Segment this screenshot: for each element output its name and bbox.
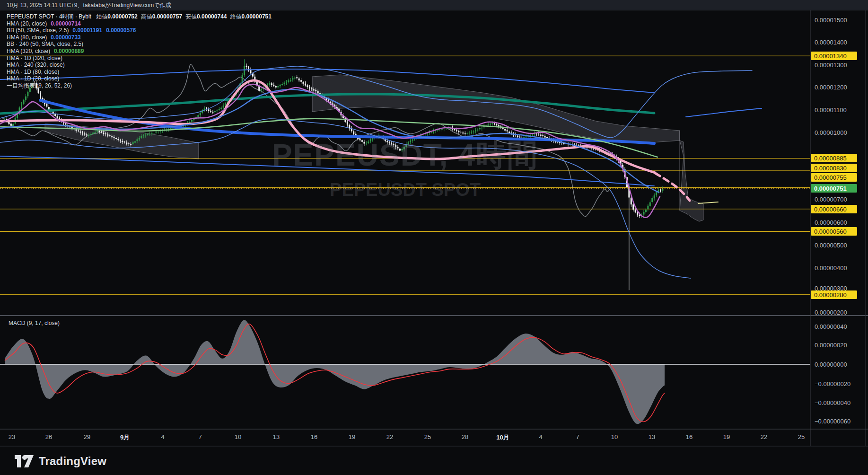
- legend-row[interactable]: HMA (20, close)0.00000714: [7, 20, 272, 27]
- candle-body: [662, 189, 663, 191]
- legend-row[interactable]: BB · 240 (50, SMA, close, 2.5): [7, 41, 272, 48]
- legend-row[interactable]: 一目均衡表 (9, 26, 52, 26): [7, 82, 272, 89]
- ohlc-value: 0.00000757: [152, 13, 182, 20]
- price-tick-label: 0.00001400: [815, 39, 862, 46]
- candle-body: [309, 87, 310, 88]
- candle-body: [155, 132, 157, 132]
- level-price-label: 0.00000755: [811, 173, 857, 182]
- time-tick-label: 25: [798, 433, 805, 440]
- time-tick-label: 28: [462, 433, 468, 440]
- candle-body: [303, 82, 304, 84]
- candle-body: [656, 192, 657, 195]
- candle-body: [317, 91, 319, 93]
- candle-body: [134, 141, 136, 143]
- time-tick-label: 19: [349, 433, 355, 440]
- candle-body: [220, 108, 222, 109]
- candle-body: [517, 136, 518, 137]
- candle-body: [128, 143, 130, 144]
- candle-body: [126, 142, 127, 144]
- candle-body: [441, 129, 443, 130]
- candle-body: [191, 120, 193, 122]
- candle-body: [427, 133, 428, 134]
- candle-body: [401, 149, 403, 150]
- candle-body: [65, 123, 66, 124]
- legend-row[interactable]: HMA (320, close)0.00000889: [7, 48, 272, 55]
- candle-body: [399, 149, 401, 150]
- candle-body: [363, 142, 365, 144]
- ichimoku-span-b-flat: [698, 202, 718, 203]
- creation-note-bar: 10月 13, 2025 14:11 UTC+9、takatabaがTradin…: [0, 0, 868, 10]
- price-tick-label: 0.00001500: [815, 17, 862, 24]
- candle-body: [494, 123, 495, 124]
- time-tick-label: 23: [9, 433, 15, 440]
- level-price-label: 0.00001340: [811, 52, 857, 60]
- candle-body: [532, 135, 533, 135]
- candle-body: [479, 128, 481, 130]
- creation-note: 10月 13, 2025 14:11 UTC+9、takatabaがTradin…: [7, 2, 171, 9]
- candle-body: [296, 77, 298, 78]
- candle-body: [403, 147, 405, 150]
- legend-symbol-row[interactable]: PEPEUSDT SPOT · 4時間 · Bybit 始値0.00000752…: [7, 13, 272, 20]
- legend-row[interactable]: HMA · 1D (320, close): [7, 55, 272, 62]
- candle-body: [219, 109, 220, 110]
- candle-body: [540, 134, 542, 135]
- candle-body: [48, 107, 50, 110]
- candle-body: [311, 88, 312, 89]
- macd-tick-label: 0.00000000: [815, 361, 862, 368]
- legend-row[interactable]: HMA (80, close)0.00000733: [7, 34, 272, 41]
- candle-body: [443, 129, 445, 129]
- macd-tick-label: −0.00000020: [815, 380, 862, 387]
- legend-row[interactable]: HMA · 240 (320, close): [7, 62, 272, 69]
- level-price-label: 0.00000830: [811, 164, 857, 172]
- time-tick-label: 7: [576, 433, 579, 440]
- candle-body: [439, 130, 440, 130]
- tradingview-logo[interactable]: TradingView: [14, 453, 106, 469]
- candle-body: [294, 78, 296, 79]
- candle-body: [277, 86, 279, 87]
- candle-body: [136, 139, 138, 141]
- time-tick-label: 25: [424, 433, 431, 440]
- bb240-upper-right: [686, 108, 762, 117]
- candle-body: [103, 132, 104, 134]
- legend-row[interactable]: HMA · 1D (80, close): [7, 69, 272, 76]
- ohlc-label: 終値: [230, 13, 242, 20]
- candle-body: [105, 133, 106, 134]
- candle-body: [27, 92, 28, 96]
- candle-body: [216, 110, 218, 111]
- legend-row-label: HMA (320, close): [7, 48, 50, 54]
- candle-body: [212, 112, 213, 113]
- footer-bar: TradingView: [0, 447, 868, 475]
- candle-body: [98, 131, 100, 132]
- candle-body: [313, 89, 315, 91]
- candle-body: [647, 206, 649, 209]
- candle-body: [168, 129, 169, 129]
- candle-body: [153, 133, 155, 133]
- candle-body: [46, 104, 47, 107]
- candle-body: [542, 135, 544, 136]
- legend-row-value: 0.00000889: [54, 48, 84, 54]
- candle-body: [273, 85, 274, 86]
- legend-row-label: HMA (80, close): [7, 34, 47, 41]
- candle-body: [435, 131, 437, 131]
- candle-body: [446, 129, 447, 129]
- price-tick-label: 0.00001300: [815, 62, 862, 69]
- level-price-label: 0.00000280: [811, 290, 857, 299]
- candle-body: [519, 137, 520, 138]
- candle-body: [511, 132, 512, 133]
- candle-body: [147, 134, 149, 135]
- candle-body: [107, 134, 108, 135]
- ohlc-label: 安値: [185, 13, 197, 20]
- legend-row[interactable]: BB (50, SMA, close, 2.5)0.000011910.0000…: [7, 27, 272, 34]
- time-tick-label: 10: [235, 433, 241, 440]
- price-tick-label: 0.00000500: [815, 242, 862, 249]
- time-tick-label: 13: [649, 433, 655, 440]
- macd-legend-label[interactable]: MACD (9, 17, close): [9, 320, 60, 326]
- candle-body: [130, 144, 132, 145]
- candle-body: [477, 130, 478, 131]
- legend-row[interactable]: HMA · 1D (20, close): [7, 75, 272, 82]
- candle-body: [139, 138, 140, 140]
- bb240-lower: [0, 156, 654, 186]
- candle-body: [92, 132, 94, 134]
- candle-body: [23, 100, 24, 104]
- legend-row-value: 0.00000576: [106, 27, 136, 34]
